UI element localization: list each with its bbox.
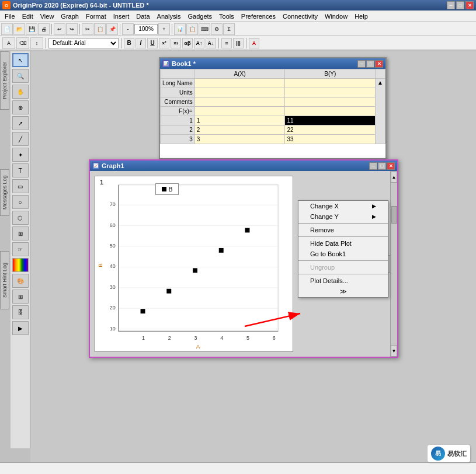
menu-analysis[interactable]: Analysis xyxy=(154,12,185,21)
book1-minimize[interactable]: ─ xyxy=(357,60,366,68)
graph1-title-bar[interactable]: 📈 Graph1 ─ □ ✕ xyxy=(90,161,397,171)
tool-pan[interactable]: ✋ xyxy=(12,85,29,99)
cell-b-2[interactable]: 22 xyxy=(285,126,376,135)
ft-btn2[interactable]: ⌫ xyxy=(16,37,29,49)
ctx-change-y[interactable]: Change Y ▶ xyxy=(298,211,388,222)
tool-line[interactable]: ╱ xyxy=(12,132,29,146)
cell-b-longname[interactable] xyxy=(285,79,376,88)
tool-oval[interactable]: ○ xyxy=(12,195,29,209)
cell-a-longname[interactable] xyxy=(194,79,285,88)
cell-b-units[interactable] xyxy=(285,88,376,97)
tool-poly[interactable]: ⬡ xyxy=(12,211,29,225)
cell-b-fx[interactable] xyxy=(285,107,376,116)
scroll-up-btn[interactable]: ▲ xyxy=(391,171,397,183)
tool-color[interactable] xyxy=(12,258,29,272)
menu-insert[interactable]: Insert xyxy=(110,12,133,21)
graph1-close[interactable]: ✕ xyxy=(387,162,395,170)
graph-scroll-v[interactable]: ▲ ▼ xyxy=(390,171,397,357)
tool-cursor[interactable]: ↖ xyxy=(12,53,29,67)
subscript-btn[interactable]: x₂ xyxy=(171,38,181,48)
menu-gadgets[interactable]: Gadgets xyxy=(185,12,216,21)
tool-text[interactable]: T xyxy=(12,163,29,177)
tb-cut[interactable]: ✂ xyxy=(82,23,93,35)
tool-rect[interactable]: ▭ xyxy=(12,179,29,193)
col-b-header[interactable]: B(Y) xyxy=(285,69,376,79)
tool-zoom[interactable]: 🔍 xyxy=(12,69,29,83)
ctx-more[interactable]: ≫ xyxy=(298,286,388,297)
cell-a-comments[interactable] xyxy=(194,97,285,107)
scroll-down-btn[interactable]: ▼ xyxy=(391,345,397,357)
tb-new[interactable]: 📄 xyxy=(1,23,13,35)
ctx-remove[interactable]: Remove xyxy=(298,225,388,235)
color-btn[interactable]: A xyxy=(249,38,259,48)
tb-copy[interactable]: 📋 xyxy=(94,23,106,35)
font-select[interactable]: Default: Arial xyxy=(48,38,119,48)
ctx-go-to-book1[interactable]: Go to Book1 xyxy=(298,249,388,259)
tb-zoom-out[interactable]: - xyxy=(122,23,134,35)
menu-edit[interactable]: Edit xyxy=(19,12,37,21)
tool-expand[interactable]: ▶ xyxy=(12,321,29,335)
align-btn[interactable]: ≡ xyxy=(221,38,232,48)
tb-more2[interactable]: Σ xyxy=(223,23,235,35)
fontsize-dn[interactable]: A↓ xyxy=(206,38,216,48)
superscript-btn[interactable]: x² xyxy=(159,38,169,48)
tb-print[interactable]: 🖨 xyxy=(38,23,50,35)
cell-a-fx[interactable] xyxy=(194,107,285,116)
cell-a-3[interactable]: 3 xyxy=(194,135,285,144)
tb-zoom-in[interactable]: + xyxy=(158,23,170,35)
alpha-btn[interactable]: αβ xyxy=(182,38,193,48)
cell-a-1[interactable]: 1 xyxy=(194,116,285,126)
menu-preferences[interactable]: Preferences xyxy=(238,12,279,21)
cell-b-comments[interactable] xyxy=(285,97,376,107)
tb-undo[interactable]: ↩ xyxy=(54,23,65,35)
tool-palette[interactable]: 🎨 xyxy=(12,274,29,288)
sidebar-smart-hint[interactable]: Smart Hint Log xyxy=(0,251,9,309)
tool-hand[interactable]: ☞ xyxy=(12,242,29,256)
underline-button[interactable]: U xyxy=(147,38,158,48)
tb-redo[interactable]: ↪ xyxy=(66,23,78,35)
col-a-header[interactable]: A(X) xyxy=(194,69,285,79)
ft-btn3[interactable]: ↕ xyxy=(30,37,43,49)
menu-view[interactable]: View xyxy=(37,12,58,21)
book1-maximize[interactable]: □ xyxy=(366,60,374,68)
menu-file[interactable]: File xyxy=(1,12,19,21)
minimize-button[interactable]: ─ xyxy=(447,1,455,9)
tb-open[interactable]: 📂 xyxy=(13,23,25,35)
tb-table[interactable]: 📋 xyxy=(186,23,198,35)
menu-connectivity[interactable]: Connectivity xyxy=(279,12,321,21)
tool-more1[interactable]: ⊞ xyxy=(12,226,29,241)
tb-save[interactable]: 💾 xyxy=(26,23,37,35)
close-button[interactable]: ✕ xyxy=(465,1,474,9)
scroll-bar-v[interactable]: ▲ xyxy=(376,79,385,144)
tool-grid[interactable]: ⊞ xyxy=(12,290,29,304)
zoom-input[interactable] xyxy=(134,24,158,34)
tool-star[interactable]: ✦ xyxy=(12,148,29,162)
maximize-button[interactable]: □ xyxy=(456,1,464,9)
tb-graph[interactable]: 📊 xyxy=(174,23,186,35)
menu-graph[interactable]: Graph xyxy=(57,12,82,21)
graph1-minimize[interactable]: ─ xyxy=(369,162,377,170)
tb-more1[interactable]: ⚙ xyxy=(211,23,223,35)
menu-data[interactable]: Data xyxy=(133,12,153,21)
cell-a-2[interactable]: 2 xyxy=(194,126,285,135)
menu-window[interactable]: Window xyxy=(321,12,351,21)
tool-crosshair[interactable]: ⊕ xyxy=(12,100,29,114)
sidebar-project-explorer[interactable]: Project Explorer xyxy=(0,51,9,110)
ctx-hide-data-plot[interactable]: Hide Data Plot xyxy=(298,238,388,249)
indent-btn[interactable]: ||| xyxy=(233,38,244,48)
fontsize-up[interactable]: A↑ xyxy=(194,38,204,48)
italic-button[interactable]: I xyxy=(135,38,146,48)
tb-paste[interactable]: 📌 xyxy=(106,23,118,35)
ft-btn1[interactable]: A xyxy=(2,37,15,49)
book1-close[interactable]: ✕ xyxy=(375,60,383,68)
cell-a-units[interactable] xyxy=(194,88,285,97)
graph-plot-area[interactable]: 1 B 70 60 50 xyxy=(95,176,293,352)
ctx-plot-details[interactable]: Plot Details... xyxy=(298,276,388,286)
bold-button[interactable]: B xyxy=(124,38,134,48)
sidebar-messages-log[interactable]: Messages Log xyxy=(0,169,9,216)
scroll-thumb[interactable] xyxy=(391,206,397,224)
menu-help[interactable]: Help xyxy=(351,12,371,21)
cell-b-1[interactable]: 11 xyxy=(285,116,376,126)
menu-format[interactable]: Format xyxy=(82,12,110,21)
book1-title-bar[interactable]: 📊 Book1 * ─ □ ✕ xyxy=(160,58,385,69)
